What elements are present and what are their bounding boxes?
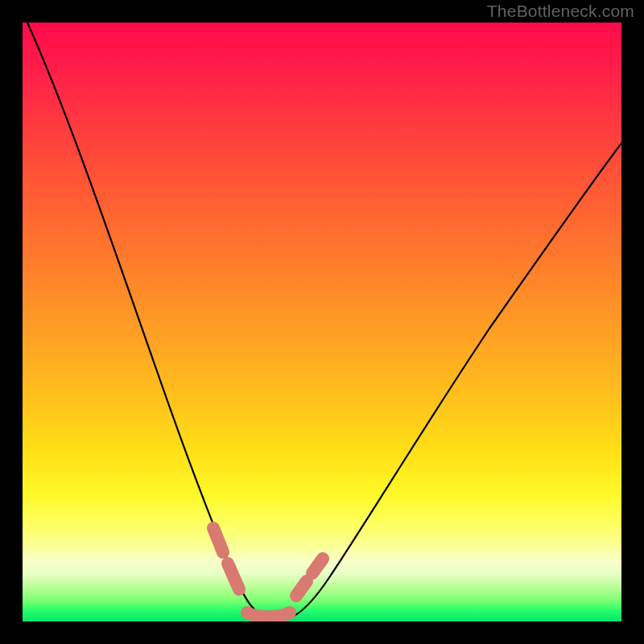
watermark-text: TheBottleneck.com (487, 2, 634, 21)
curve-layer (23, 23, 621, 621)
plot-area (23, 23, 621, 621)
chart-stage: TheBottleneck.com (0, 0, 644, 644)
highlight-worm-left (213, 528, 239, 589)
highlight-worm-bottom (247, 613, 290, 617)
bottleneck-curve (27, 23, 621, 618)
highlight-worm-right (296, 559, 323, 596)
